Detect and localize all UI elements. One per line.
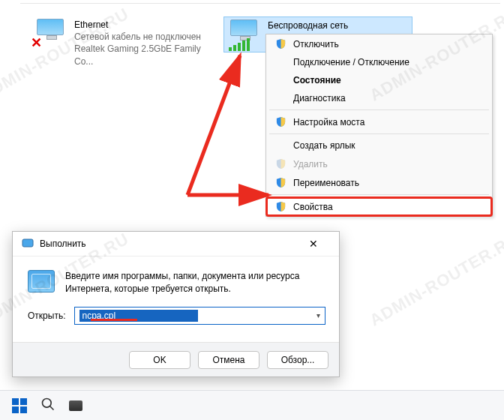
menu-label: Диагностика [293,93,346,104]
run-dialog: Выполнить ✕ Введите имя программы, папки… [12,231,340,377]
search-icon[interactable] [40,397,56,414]
open-combo[interactable]: ▾ [74,307,326,325]
toolbar-top [20,0,500,4]
menu-label: Состояние [293,75,341,86]
open-label: Открыть: [28,310,65,321]
menu-label: Переименовать [293,178,359,188]
menu-item-delete: Удалить [266,154,492,173]
menu-separator [269,110,489,110]
menu-item-properties[interactable]: Свойства [266,197,492,216]
run-title-text: Выполнить [40,238,86,249]
adapter-name: Беспроводная сеть [268,20,348,32]
menu-label: Отключить [293,39,339,50]
cancel-button[interactable]: Отмена [198,351,260,369]
menu-item-bridge[interactable]: Настройка моста [266,112,492,131]
menu-separator [269,134,489,134]
start-button[interactable] [12,398,27,413]
highlight-underline-icon [91,319,137,321]
menu-label: Подключение / Отключение [293,57,410,68]
svg-rect-3 [22,239,33,247]
shield-icon [275,116,286,128]
shield-icon [275,201,286,212]
menu-label: Настройка моста [293,117,364,128]
signal-bars-icon [229,38,250,51]
chevron-down-icon[interactable]: ▾ [312,311,320,320]
menu-item-shortcut[interactable]: Создать ярлык [266,136,492,154]
svg-point-4 [43,399,52,408]
run-description: Введите имя программы, папки, документа … [65,270,327,296]
run-title-bar[interactable]: Выполнить ✕ [13,232,339,256]
context-menu: Отключить Подключение / Отключение Состо… [266,34,493,217]
svg-line-5 [50,406,54,410]
adapter-device: Realtek Gaming 2.5GbE Family Co... [74,43,214,67]
menu-item-rename[interactable]: Переименовать [266,173,492,192]
menu-separator [269,194,489,195]
svg-line-0 [188,56,240,195]
run-title-icon [22,237,34,251]
watermark: ADMIN-ROUTER.RU [367,229,504,330]
browse-button[interactable]: Обзор... [267,351,328,369]
network-adapter-icon [229,20,262,50]
disconnect-x-icon: ✕ [31,34,42,51]
taskbar [0,390,504,420]
close-button[interactable]: ✕ [297,238,330,250]
ok-button[interactable]: OK [129,351,190,369]
shield-icon [275,38,286,50]
task-view-button[interactable] [69,400,82,411]
shield-icon [275,158,286,170]
menu-label: Удалить [293,159,328,170]
shield-icon [275,177,286,188]
menu-label: Создать ярлык [293,140,356,151]
menu-label: Свойства [293,202,333,212]
